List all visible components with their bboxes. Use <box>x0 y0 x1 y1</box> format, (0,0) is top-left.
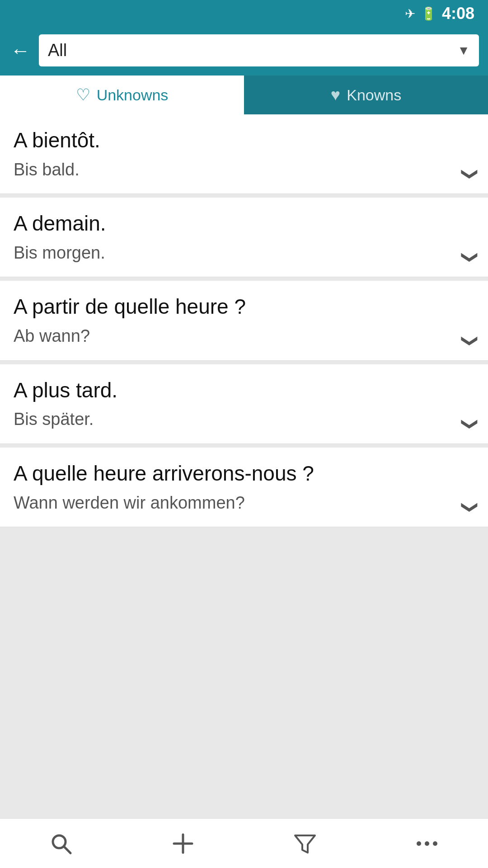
card-3[interactable]: A partir de quelle heure ? Ab wann? ❯ <box>0 281 488 360</box>
card-1[interactable]: A bientôt. Bis bald. ❯ <box>0 114 488 194</box>
back-icon: ← <box>10 39 30 62</box>
card-4-phrase: A plus tard. <box>14 377 474 404</box>
category-dropdown[interactable]: All ▼ <box>39 34 479 66</box>
chevron-down-icon: ❯ <box>461 500 480 514</box>
more-button[interactable] <box>409 826 445 862</box>
card-5[interactable]: A quelle heure arriverons-nous ? Wann we… <box>0 448 488 527</box>
chevron-down-icon: ❯ <box>461 334 480 348</box>
chevron-down-icon: ❯ <box>461 250 480 264</box>
card-5-translation: Wann werden wir ankommen? <box>14 492 474 514</box>
heart-outline-icon: ♡ <box>76 85 90 104</box>
status-bar: ✈ 🔋 4:08 <box>0 0 488 27</box>
svg-point-5 <box>417 841 421 846</box>
more-icon <box>415 840 439 847</box>
status-icons: ✈ 🔋 4:08 <box>405 4 474 23</box>
add-button[interactable] <box>165 826 201 862</box>
card-2[interactable]: A demain. Bis morgen. ❯ <box>0 198 488 277</box>
battery-icon: 🔋 <box>421 6 436 21</box>
card-1-translation: Bis bald. <box>14 159 474 181</box>
cards-container: A bientôt. Bis bald. ❯ A demain. Bis mor… <box>0 114 488 818</box>
tabs-container: ♡ Unknowns ♥ Knowns <box>0 75 488 114</box>
chevron-down-icon: ▼ <box>457 43 470 58</box>
airplane-icon: ✈ <box>405 6 415 21</box>
bottom-nav <box>0 818 488 868</box>
filter-icon <box>293 832 317 855</box>
search-button[interactable] <box>43 826 79 862</box>
svg-point-6 <box>425 841 429 846</box>
card-3-phrase: A partir de quelle heure ? <box>14 293 474 321</box>
svg-line-1 <box>64 847 70 853</box>
card-2-phrase: A demain. <box>14 210 474 237</box>
card-4[interactable]: A plus tard. Bis später. ❯ <box>0 364 488 444</box>
card-1-phrase: A bientôt. <box>14 127 474 154</box>
svg-marker-4 <box>295 835 315 853</box>
tab-unknowns[interactable]: ♡ Unknowns <box>0 75 244 114</box>
card-2-translation: Bis morgen. <box>14 242 474 264</box>
card-5-phrase: A quelle heure arriverons-nous ? <box>14 460 474 487</box>
heart-filled-icon: ♥ <box>331 85 340 104</box>
chevron-down-icon: ❯ <box>461 417 480 431</box>
chevron-down-icon: ❯ <box>461 167 480 181</box>
dropdown-value: All <box>48 41 457 60</box>
tab-unknowns-label: Unknowns <box>97 86 169 104</box>
plus-icon <box>171 832 195 855</box>
tab-knowns-label: Knowns <box>347 86 401 104</box>
status-time: 4:08 <box>442 4 474 23</box>
svg-point-7 <box>433 841 437 846</box>
card-3-translation: Ab wann? <box>14 325 474 347</box>
card-4-translation: Bis später. <box>14 408 474 430</box>
header: ← All ▼ <box>0 27 488 75</box>
filter-button[interactable] <box>287 826 323 862</box>
search-icon <box>49 832 73 855</box>
back-button[interactable]: ← <box>9 39 32 62</box>
tab-knowns[interactable]: ♥ Knowns <box>244 75 488 114</box>
